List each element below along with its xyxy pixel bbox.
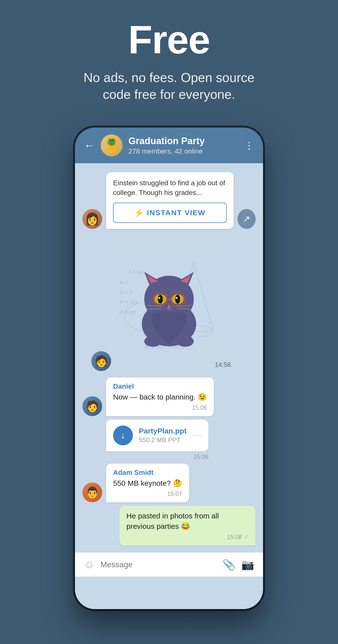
daniel-message-time: 15:06	[192, 404, 207, 411]
svg-point-20	[158, 297, 160, 299]
instant-view-button[interactable]: ⚡ INSTANT VIEW	[113, 202, 227, 223]
svg-point-18	[158, 295, 163, 304]
cat-sticker	[127, 255, 211, 354]
file-more-button[interactable]: ⋯	[193, 430, 201, 441]
svg-point-21	[176, 297, 178, 299]
sender-avatar-girl: 👩	[82, 209, 102, 229]
adam-message-row: 👨 Adam Smidt 550 MB keynote? 🤔 15:07	[82, 464, 256, 502]
more-menu-button[interactable]: ⋮	[244, 140, 254, 151]
share-icon: ↗	[243, 214, 250, 224]
chat-header: ← 🍍 Graduation Party 278 members, 42 onl…	[75, 128, 263, 163]
chat-body: 👩 Einstein struggled to find a job out o…	[75, 163, 263, 609]
lightning-icon: ⚡	[134, 208, 144, 218]
hero-subtitle: No ads, no fees. Open source code free f…	[70, 69, 268, 103]
sticker-time: 14:58	[215, 361, 231, 368]
file-name: PartyPlan.ppt	[139, 427, 187, 435]
share-button[interactable]: ↗	[238, 209, 256, 229]
own-bubble: He pasted in photos from all previous pa…	[119, 506, 256, 546]
back-button[interactable]: ←	[84, 139, 95, 152]
adam-message-time: 15:07	[167, 490, 182, 497]
group-info: Graduation Party 278 members, 42 online	[128, 136, 238, 155]
svg-point-19	[175, 295, 180, 304]
instant-view-label: INSTANT VIEW	[147, 208, 206, 217]
message-area: 👩 Einstein struggled to find a job out o…	[75, 163, 263, 552]
phone-wrapper: ← 🍍 Graduation Party 278 members, 42 onl…	[75, 128, 263, 609]
file-size: 550.2 MB PPT	[139, 436, 187, 444]
cat-svg	[132, 260, 206, 349]
group-name: Graduation Party	[128, 136, 238, 146]
own-message-time: 15:08	[227, 534, 242, 540]
svg-point-31	[176, 336, 194, 347]
daniel-avatar: 🧑	[82, 396, 102, 416]
adam-message-text: 550 MB keynote? 🤔	[113, 478, 182, 488]
message-check-icon: ✓	[244, 534, 249, 540]
input-bar: ☺ 📎 📷	[75, 552, 263, 577]
phone-frame: ← 🍍 Graduation Party 278 members, 42 onl…	[75, 128, 263, 609]
hero-section: Free No ads, no fees. Open source code f…	[0, 0, 338, 118]
hero-title: Free	[128, 20, 210, 60]
sticker-area: l = πr² A = V = l³ P = 2πr A = πr² s = √…	[82, 232, 256, 376]
daniel-message-row: 🧑 Daniel Now — back to planning. 😉 15:06	[82, 378, 256, 416]
sticker-sender-avatar: 🧑	[91, 351, 111, 371]
adam-sender-name: Adam Smidt	[113, 469, 182, 476]
own-message-row: He pasted in photos from all previous pa…	[82, 506, 256, 546]
own-message-text: He pasted in photos from all previous pa…	[126, 511, 249, 532]
emoji-button[interactable]: ☺	[84, 558, 94, 570]
group-members: 278 members, 42 online	[128, 148, 238, 155]
daniel-sender-name: Daniel	[113, 382, 207, 390]
group-avatar: 🍍	[101, 134, 122, 156]
svg-text:A =: A =	[119, 280, 128, 286]
daniel-bubble: Daniel Now — back to planning. 😉 15:06	[106, 378, 214, 416]
link-preview-bubble: Einstein struggled to find a job out of …	[106, 172, 234, 228]
file-download-icon[interactable]: ↓	[113, 426, 133, 445]
link-preview-row: 👩 Einstein struggled to find a job out o…	[82, 168, 256, 228]
link-preview-text: Einstein struggled to find a job out of …	[113, 178, 227, 198]
attach-button[interactable]: 📎	[222, 558, 235, 571]
file-time: 15:06	[106, 453, 208, 460]
daniel-message-text: Now — back to planning. 😉	[113, 392, 207, 402]
camera-button[interactable]: 📷	[241, 558, 254, 571]
file-message-row: ↓ PartyPlan.ppt 550.2 MB PPT ⋯ 15:06	[82, 420, 256, 460]
adam-avatar: 👨	[82, 482, 102, 502]
file-bubble: ↓ PartyPlan.ppt 550.2 MB PPT ⋯ 15:06	[106, 420, 208, 460]
adam-bubble: Adam Smidt 550 MB keynote? 🤔 15:07	[106, 464, 189, 502]
svg-point-30	[144, 336, 162, 347]
message-input[interactable]	[100, 560, 217, 569]
